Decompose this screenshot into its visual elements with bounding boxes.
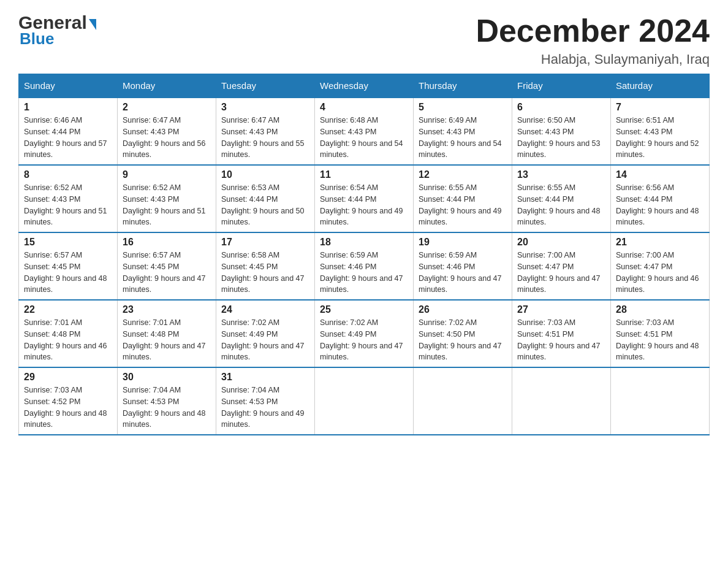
sunset-label: Sunset: 4:43 PM: [320, 128, 376, 136]
calendar-day-cell: [611, 367, 710, 435]
sunset-label: Sunset: 4:44 PM: [24, 128, 80, 136]
month-title: December 2024: [476, 12, 710, 49]
col-saturday: Saturday: [611, 74, 710, 98]
location-subtitle: Halabja, Sulaymaniyah, Iraq: [476, 52, 710, 67]
daylight-label: Daylight: 9 hours and 48 minutes.: [616, 207, 699, 227]
daylight-label: Daylight: 9 hours and 49 minutes.: [320, 207, 403, 227]
day-info: Sunrise: 6:49 AM Sunset: 4:43 PM Dayligh…: [419, 115, 507, 161]
calendar-day-cell: 20 Sunrise: 7:00 AM Sunset: 4:47 PM Dayl…: [512, 232, 611, 300]
daylight-label: Daylight: 9 hours and 56 minutes.: [123, 139, 206, 159]
calendar-week-row: 1 Sunrise: 6:46 AM Sunset: 4:44 PM Dayli…: [19, 98, 710, 165]
calendar-day-cell: 13 Sunrise: 6:55 AM Sunset: 4:44 PM Dayl…: [512, 165, 611, 232]
calendar-week-row: 15 Sunrise: 6:57 AM Sunset: 4:45 PM Dayl…: [19, 232, 710, 300]
sunrise-label: Sunrise: 6:59 AM: [320, 251, 378, 259]
calendar-day-cell: 4 Sunrise: 6:48 AM Sunset: 4:43 PM Dayli…: [315, 98, 414, 165]
day-info: Sunrise: 7:02 AM Sunset: 4:50 PM Dayligh…: [419, 317, 507, 363]
day-number: 8: [24, 169, 112, 180]
sunset-label: Sunset: 4:45 PM: [123, 262, 179, 271]
calendar-day-cell: [315, 367, 414, 435]
day-info: Sunrise: 7:00 AM Sunset: 4:47 PM Dayligh…: [616, 250, 704, 296]
daylight-label: Daylight: 9 hours and 49 minutes.: [419, 207, 502, 227]
calendar-day-cell: 8 Sunrise: 6:52 AM Sunset: 4:43 PM Dayli…: [19, 165, 118, 232]
day-info: Sunrise: 6:53 AM Sunset: 4:44 PM Dayligh…: [221, 182, 309, 228]
sunrise-label: Sunrise: 7:03 AM: [24, 386, 82, 394]
sunset-label: Sunset: 4:43 PM: [123, 128, 179, 136]
sunset-label: Sunset: 4:49 PM: [221, 330, 278, 339]
sunrise-label: Sunrise: 6:51 AM: [616, 116, 674, 124]
sunrise-label: Sunrise: 7:04 AM: [123, 386, 181, 394]
sunset-label: Sunset: 4:44 PM: [419, 195, 475, 204]
calendar-day-cell: 19 Sunrise: 6:59 AM Sunset: 4:46 PM Dayl…: [414, 232, 512, 300]
day-info: Sunrise: 6:51 AM Sunset: 4:43 PM Dayligh…: [616, 115, 704, 161]
day-info: Sunrise: 6:57 AM Sunset: 4:45 PM Dayligh…: [123, 250, 211, 296]
daylight-label: Daylight: 9 hours and 46 minutes.: [24, 342, 107, 362]
day-number: 25: [320, 304, 408, 315]
daylight-label: Daylight: 9 hours and 49 minutes.: [221, 409, 305, 429]
daylight-label: Daylight: 9 hours and 52 minutes.: [616, 139, 699, 159]
col-wednesday: Wednesday: [315, 74, 414, 98]
day-number: 27: [517, 304, 605, 315]
calendar-week-row: 8 Sunrise: 6:52 AM Sunset: 4:43 PM Dayli…: [19, 165, 710, 232]
day-number: 17: [221, 237, 309, 248]
calendar-header-row: Sunday Monday Tuesday Wednesday Thursday…: [19, 74, 710, 98]
calendar-day-cell: 1 Sunrise: 6:46 AM Sunset: 4:44 PM Dayli…: [19, 98, 118, 165]
day-number: 31: [221, 372, 309, 383]
calendar-table: Sunday Monday Tuesday Wednesday Thursday…: [18, 74, 710, 435]
day-info: Sunrise: 7:04 AM Sunset: 4:53 PM Dayligh…: [123, 385, 211, 431]
page-header: General Blue December 2024 Halabja, Sula…: [18, 12, 710, 67]
sunset-label: Sunset: 4:47 PM: [616, 262, 672, 271]
day-number: 7: [616, 102, 704, 113]
logo-triangle-icon: [89, 19, 96, 30]
daylight-label: Daylight: 9 hours and 53 minutes.: [517, 139, 601, 159]
sunset-label: Sunset: 4:49 PM: [320, 330, 376, 339]
day-number: 16: [123, 237, 211, 248]
sunrise-label: Sunrise: 7:03 AM: [517, 318, 575, 327]
sunrise-label: Sunrise: 7:02 AM: [419, 318, 477, 327]
calendar-day-cell: 29 Sunrise: 7:03 AM Sunset: 4:52 PM Dayl…: [19, 367, 118, 435]
day-info: Sunrise: 6:57 AM Sunset: 4:45 PM Dayligh…: [24, 250, 112, 296]
sunset-label: Sunset: 4:44 PM: [517, 195, 574, 204]
day-info: Sunrise: 6:55 AM Sunset: 4:44 PM Dayligh…: [517, 182, 605, 228]
day-info: Sunrise: 6:55 AM Sunset: 4:44 PM Dayligh…: [419, 182, 507, 228]
day-info: Sunrise: 6:47 AM Sunset: 4:43 PM Dayligh…: [123, 115, 211, 161]
sunset-label: Sunset: 4:43 PM: [419, 128, 475, 136]
calendar-day-cell: 28 Sunrise: 7:03 AM Sunset: 4:51 PM Dayl…: [611, 300, 710, 367]
sunset-label: Sunset: 4:43 PM: [24, 195, 80, 204]
sunrise-label: Sunrise: 6:58 AM: [221, 251, 279, 259]
calendar-day-cell: 24 Sunrise: 7:02 AM Sunset: 4:49 PM Dayl…: [216, 300, 315, 367]
sunset-label: Sunset: 4:43 PM: [616, 128, 672, 136]
calendar-day-cell: [414, 367, 512, 435]
sunrise-label: Sunrise: 7:00 AM: [616, 251, 674, 259]
sunrise-label: Sunrise: 6:47 AM: [123, 116, 181, 124]
sunset-label: Sunset: 4:51 PM: [517, 330, 574, 339]
sunset-label: Sunset: 4:53 PM: [221, 397, 278, 406]
daylight-label: Daylight: 9 hours and 47 minutes.: [221, 342, 305, 362]
day-number: 5: [419, 102, 507, 113]
calendar-day-cell: 14 Sunrise: 6:56 AM Sunset: 4:44 PM Dayl…: [611, 165, 710, 232]
day-number: 19: [419, 237, 507, 248]
day-number: 6: [517, 102, 605, 113]
daylight-label: Daylight: 9 hours and 47 minutes.: [221, 274, 305, 294]
sunrise-label: Sunrise: 7:00 AM: [517, 251, 575, 259]
day-info: Sunrise: 6:58 AM Sunset: 4:45 PM Dayligh…: [221, 250, 309, 296]
day-info: Sunrise: 6:48 AM Sunset: 4:43 PM Dayligh…: [320, 115, 408, 161]
sunset-label: Sunset: 4:44 PM: [221, 195, 278, 204]
day-info: Sunrise: 6:59 AM Sunset: 4:46 PM Dayligh…: [419, 250, 507, 296]
day-info: Sunrise: 7:00 AM Sunset: 4:47 PM Dayligh…: [517, 250, 605, 296]
sunset-label: Sunset: 4:48 PM: [24, 330, 80, 339]
day-info: Sunrise: 7:03 AM Sunset: 4:51 PM Dayligh…: [517, 317, 605, 363]
sunrise-label: Sunrise: 6:57 AM: [123, 251, 181, 259]
calendar-week-row: 22 Sunrise: 7:01 AM Sunset: 4:48 PM Dayl…: [19, 300, 710, 367]
daylight-label: Daylight: 9 hours and 51 minutes.: [24, 207, 107, 227]
day-info: Sunrise: 6:59 AM Sunset: 4:46 PM Dayligh…: [320, 250, 408, 296]
day-info: Sunrise: 6:52 AM Sunset: 4:43 PM Dayligh…: [123, 182, 211, 228]
sunrise-label: Sunrise: 6:54 AM: [320, 183, 378, 192]
daylight-label: Daylight: 9 hours and 47 minutes.: [123, 342, 206, 362]
sunrise-label: Sunrise: 6:59 AM: [419, 251, 477, 259]
col-sunday: Sunday: [19, 74, 118, 98]
calendar-day-cell: 18 Sunrise: 6:59 AM Sunset: 4:46 PM Dayl…: [315, 232, 414, 300]
sunset-label: Sunset: 4:44 PM: [616, 195, 672, 204]
sunset-label: Sunset: 4:50 PM: [419, 330, 475, 339]
sunrise-label: Sunrise: 6:48 AM: [320, 116, 378, 124]
calendar-day-cell: 30 Sunrise: 7:04 AM Sunset: 4:53 PM Dayl…: [118, 367, 216, 435]
